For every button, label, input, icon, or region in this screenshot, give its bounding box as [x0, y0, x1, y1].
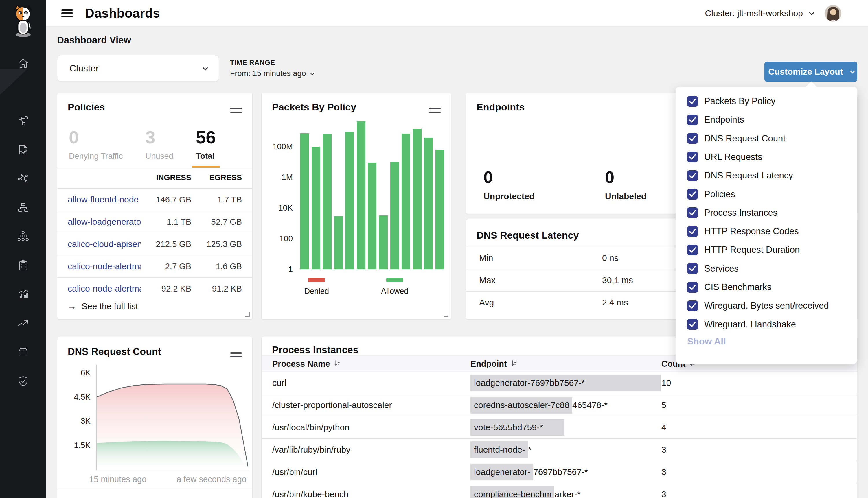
- sort-icon: [510, 359, 518, 369]
- packets-card-title: Packets By Policy: [272, 102, 356, 113]
- menu-item-http-request-duration[interactable]: HTTP Request Duration: [687, 243, 848, 258]
- sidebar-item-image-assurance[interactable]: [0, 343, 46, 363]
- drag-handle-icon[interactable]: [230, 106, 242, 115]
- policy-link[interactable]: calico-cloud-apiserver-…: [68, 239, 141, 249]
- legend-item-allowed[interactable]: Allowed: [381, 278, 409, 296]
- resize-handle-icon[interactable]: [444, 312, 449, 317]
- egress-value: 125.3 GB: [191, 239, 242, 249]
- checkbox-checked[interactable]: [687, 319, 698, 330]
- process-row: /usr/bin/curlloadgenerator-7697bb7567-*3: [261, 461, 857, 483]
- menu-item-cis-benchmarks[interactable]: CIS Benchmarks: [687, 280, 848, 295]
- sidebar-item-threat-defense[interactable]: [0, 372, 46, 392]
- checkbox-checked[interactable]: [687, 282, 698, 293]
- count-value: 3: [661, 467, 666, 477]
- sidebar-item-trend[interactable]: [0, 314, 46, 334]
- endpoint-column-header[interactable]: Endpoint: [470, 355, 518, 372]
- latency-label: Min: [479, 253, 493, 263]
- latency-value: 0 ns: [602, 253, 619, 263]
- checkbox-checked[interactable]: [687, 115, 698, 125]
- checkbox-checked[interactable]: [687, 263, 698, 274]
- sidebar-item-service-graph[interactable]: [0, 112, 46, 132]
- checkbox-checked[interactable]: [687, 245, 698, 255]
- show-all-link[interactable]: Show All: [687, 336, 726, 347]
- sidebar-item-compliance[interactable]: [0, 256, 46, 276]
- page-title: Dashboards: [85, 6, 160, 21]
- packets-bar: [323, 134, 332, 269]
- calico-cat-logo[interactable]: [8, 4, 38, 39]
- menu-item-process-instances[interactable]: Process Instances: [687, 205, 848, 220]
- drag-handle-icon[interactable]: [429, 106, 441, 115]
- sidebar-item-network-sets[interactable]: [0, 169, 46, 189]
- menu-item-label: Endpoints: [704, 115, 744, 125]
- checkbox-checked[interactable]: [687, 133, 698, 144]
- dashboard-view-select[interactable]: Cluster: [57, 55, 219, 81]
- menu-item-label: DNS Request Latency: [704, 170, 793, 181]
- menu-item-policies[interactable]: Policies: [687, 187, 848, 202]
- sidebar-item-home[interactable]: [0, 53, 46, 74]
- packets-bar: [334, 216, 343, 269]
- policies-stat-unused[interactable]: 3Unused: [145, 127, 173, 168]
- menu-item-dns-request-count[interactable]: DNS Request Count: [687, 131, 848, 146]
- menu-item-wireguard-handshake[interactable]: Wireguard. Handshake: [687, 317, 848, 332]
- customize-layout-button[interactable]: Customize Layout: [764, 62, 857, 82]
- packets-bar: [300, 133, 309, 269]
- menu-item-packets-by-policy[interactable]: Packets By Policy: [687, 94, 848, 109]
- checkbox-checked[interactable]: [687, 301, 698, 311]
- policy-row: calico-node-alertmana…2.7 GB1.6 GB: [57, 255, 252, 277]
- stat-value: 56: [196, 127, 216, 147]
- chevron-down-icon: [203, 65, 208, 70]
- policies-stat-denying-traffic[interactable]: 0Denying Traffic: [69, 127, 123, 168]
- sidebar-item-policies[interactable]: [0, 140, 46, 160]
- checkbox-checked[interactable]: [687, 152, 698, 162]
- stat-label: Denying Traffic: [69, 152, 123, 161]
- image-assurance-icon: [16, 345, 30, 360]
- egress-value: 1.7 TB: [191, 195, 242, 205]
- menu-item-url-requests[interactable]: URL Requests: [687, 149, 848, 165]
- time-range-value-button[interactable]: From: 15 minutes ago: [230, 69, 313, 78]
- packets-bar: [402, 134, 410, 269]
- user-avatar[interactable]: [825, 5, 841, 22]
- sidebar-item-dashboards[interactable]: [0, 82, 46, 103]
- legend-swatch: [386, 278, 403, 282]
- menu-item-endpoints[interactable]: Endpoints: [687, 112, 848, 127]
- ingress-value: 146.7 GB: [141, 195, 191, 205]
- ingress-value: 92.2 KB: [141, 284, 191, 293]
- top-bar: Dashboards Cluster: jlt-msft-workshop: [46, 0, 868, 27]
- policy-link[interactable]: allow-loadgenerator: [68, 217, 141, 227]
- x-label-start: 15 minutes ago: [89, 475, 146, 484]
- endpoint-value: fluentd-node-*: [470, 441, 531, 458]
- policy-link[interactable]: calico-node-alertmana…: [68, 284, 141, 293]
- menu-item-wireguard-bytes-sent-received[interactable]: Wireguard. Bytes sent/received: [687, 298, 848, 313]
- sidebar-item-tree[interactable]: [0, 198, 46, 218]
- dns-request-count-card: DNS Request Count 6K4.5K3K1.5K 15 minute…: [57, 337, 252, 498]
- checkbox-checked[interactable]: [687, 170, 698, 181]
- dns-legend-row[interactable]: Successful 5,572: [69, 496, 243, 498]
- policy-link[interactable]: allow-fluentd-node: [68, 195, 141, 205]
- checkbox-checked[interactable]: [687, 207, 698, 218]
- menu-item-dns-request-latency[interactable]: DNS Request Latency: [687, 168, 848, 183]
- process-name: /cluster-proportional-autoscaler: [272, 400, 392, 410]
- cluster-selector[interactable]: Cluster: jlt-msft-workshop: [705, 9, 813, 18]
- policy-link[interactable]: calico-node-alertmana…: [68, 261, 141, 271]
- sidebar-item-activity[interactable]: [0, 285, 46, 305]
- egress-column-header: EGRESS: [191, 173, 242, 188]
- sidebar-item-cluster[interactable]: [0, 227, 46, 247]
- menu-item-http-response-codes[interactable]: HTTP Response Codes: [687, 224, 848, 239]
- resize-handle-icon[interactable]: [245, 312, 250, 317]
- latency-label: Max: [479, 275, 496, 285]
- see-full-list-link[interactable]: →See the full list: [68, 301, 138, 311]
- unlabeled-stat: 0 Unlabeled: [605, 168, 646, 201]
- endpoint-value: compliance-benchmarker-*: [470, 486, 580, 498]
- menu-icon[interactable]: [61, 8, 73, 19]
- checkbox-checked[interactable]: [687, 189, 698, 199]
- checkbox-checked[interactable]: [687, 226, 698, 237]
- drag-handle-icon[interactable]: [230, 350, 242, 360]
- legend-item-denied[interactable]: Denied: [304, 278, 329, 296]
- menu-item-services[interactable]: Services: [687, 261, 848, 276]
- policies-stat-total[interactable]: 56Total: [196, 127, 216, 168]
- menu-caret: [805, 81, 817, 93]
- process-name-column-header[interactable]: Process Name: [272, 355, 341, 372]
- y-tick-label: 10K: [278, 203, 299, 212]
- checkbox-checked[interactable]: [687, 96, 698, 107]
- dns-area-chart: 6K4.5K3K1.5K: [96, 365, 248, 470]
